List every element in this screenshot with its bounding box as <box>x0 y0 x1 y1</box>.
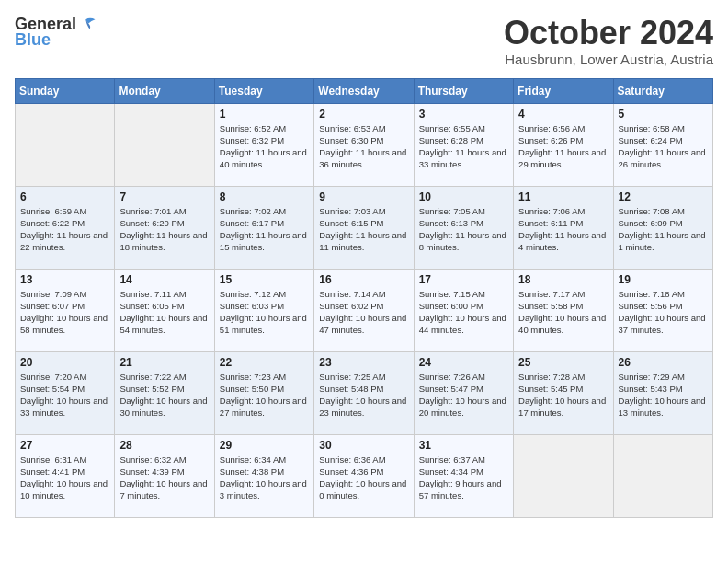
day-number: 12 <box>619 190 708 203</box>
days-of-week-row: SundayMondayTuesdayWednesdayThursdayFrid… <box>16 78 713 103</box>
day-number: 9 <box>319 190 408 203</box>
day-info: Sunrise: 6:31 AM Sunset: 4:41 PM Dayligh… <box>20 454 109 502</box>
calendar-body: 1Sunrise: 6:52 AM Sunset: 6:32 PM Daylig… <box>16 103 713 517</box>
calendar-cell: 11Sunrise: 7:06 AM Sunset: 6:11 PM Dayli… <box>514 186 613 269</box>
calendar-cell: 1Sunrise: 6:52 AM Sunset: 6:32 PM Daylig… <box>214 103 313 186</box>
day-number: 2 <box>319 108 408 121</box>
day-number: 24 <box>419 356 508 369</box>
calendar-cell <box>613 434 712 517</box>
day-number: 17 <box>419 273 508 286</box>
calendar-cell: 26Sunrise: 7:29 AM Sunset: 5:43 PM Dayli… <box>613 351 712 434</box>
week-row-5: 27Sunrise: 6:31 AM Sunset: 4:41 PM Dayli… <box>16 434 713 517</box>
logo-blue: Blue <box>15 31 51 50</box>
day-number: 15 <box>220 273 309 286</box>
calendar-cell: 6Sunrise: 6:59 AM Sunset: 6:22 PM Daylig… <box>16 186 115 269</box>
calendar-cell <box>16 103 115 186</box>
day-number: 22 <box>220 356 309 369</box>
day-number: 26 <box>619 356 708 369</box>
day-info: Sunrise: 7:26 AM Sunset: 5:47 PM Dayligh… <box>419 371 508 419</box>
day-info: Sunrise: 7:05 AM Sunset: 6:13 PM Dayligh… <box>419 205 508 254</box>
day-info: Sunrise: 6:37 AM Sunset: 4:34 PM Dayligh… <box>419 454 508 502</box>
day-number: 31 <box>419 439 508 452</box>
calendar-cell: 18Sunrise: 7:17 AM Sunset: 5:58 PM Dayli… <box>514 269 613 351</box>
calendar-cell: 10Sunrise: 7:05 AM Sunset: 6:13 PM Dayli… <box>414 186 513 269</box>
day-info: Sunrise: 7:14 AM Sunset: 6:02 PM Dayligh… <box>319 288 408 337</box>
calendar-cell: 16Sunrise: 7:14 AM Sunset: 6:02 PM Dayli… <box>314 269 414 351</box>
day-info: Sunrise: 6:52 AM Sunset: 6:32 PM Dayligh… <box>220 122 309 171</box>
calendar-cell: 27Sunrise: 6:31 AM Sunset: 4:41 PM Dayli… <box>16 434 115 517</box>
logo: General Blue <box>15 15 97 50</box>
calendar-cell: 30Sunrise: 6:36 AM Sunset: 4:36 PM Dayli… <box>314 434 414 517</box>
calendar-cell <box>115 103 214 186</box>
week-row-2: 6Sunrise: 6:59 AM Sunset: 6:22 PM Daylig… <box>16 186 713 269</box>
day-info: Sunrise: 6:32 AM Sunset: 4:39 PM Dayligh… <box>119 454 209 502</box>
calendar-cell: 17Sunrise: 7:15 AM Sunset: 6:00 PM Dayli… <box>414 269 513 351</box>
calendar-cell: 20Sunrise: 7:20 AM Sunset: 5:54 PM Dayli… <box>16 351 115 434</box>
day-info: Sunrise: 7:09 AM Sunset: 6:07 PM Dayligh… <box>20 288 109 337</box>
week-row-1: 1Sunrise: 6:52 AM Sunset: 6:32 PM Daylig… <box>16 103 713 186</box>
day-number: 23 <box>319 356 408 369</box>
calendar-cell: 21Sunrise: 7:22 AM Sunset: 5:52 PM Dayli… <box>115 351 214 434</box>
calendar-cell: 15Sunrise: 7:12 AM Sunset: 6:03 PM Dayli… <box>214 269 313 351</box>
day-of-week-wednesday: Wednesday <box>314 78 414 103</box>
day-number: 6 <box>20 190 109 203</box>
calendar-cell: 9Sunrise: 7:03 AM Sunset: 6:15 PM Daylig… <box>314 186 414 269</box>
day-info: Sunrise: 7:29 AM Sunset: 5:43 PM Dayligh… <box>619 371 708 419</box>
day-info: Sunrise: 7:17 AM Sunset: 5:58 PM Dayligh… <box>518 288 608 337</box>
calendar-cell: 29Sunrise: 6:34 AM Sunset: 4:38 PM Dayli… <box>214 434 313 517</box>
day-number: 30 <box>319 439 408 452</box>
day-info: Sunrise: 6:56 AM Sunset: 6:26 PM Dayligh… <box>518 122 608 171</box>
calendar-cell: 23Sunrise: 7:25 AM Sunset: 5:48 PM Dayli… <box>314 351 414 434</box>
day-number: 28 <box>119 439 209 452</box>
day-info: Sunrise: 7:06 AM Sunset: 6:11 PM Dayligh… <box>518 205 608 254</box>
day-info: Sunrise: 7:08 AM Sunset: 6:09 PM Dayligh… <box>619 205 708 254</box>
calendar-header: SundayMondayTuesdayWednesdayThursdayFrid… <box>16 78 713 103</box>
calendar-cell: 7Sunrise: 7:01 AM Sunset: 6:20 PM Daylig… <box>115 186 214 269</box>
day-number: 5 <box>619 108 708 121</box>
day-number: 20 <box>20 356 109 369</box>
calendar-cell: 24Sunrise: 7:26 AM Sunset: 5:47 PM Dayli… <box>414 351 513 434</box>
day-info: Sunrise: 7:18 AM Sunset: 5:56 PM Dayligh… <box>619 288 708 337</box>
calendar-cell: 28Sunrise: 6:32 AM Sunset: 4:39 PM Dayli… <box>115 434 214 517</box>
day-of-week-thursday: Thursday <box>414 78 513 103</box>
day-info: Sunrise: 7:25 AM Sunset: 5:48 PM Dayligh… <box>319 371 408 419</box>
calendar-cell: 19Sunrise: 7:18 AM Sunset: 5:56 PM Dayli… <box>613 269 712 351</box>
calendar-cell: 31Sunrise: 6:37 AM Sunset: 4:34 PM Dayli… <box>414 434 513 517</box>
day-info: Sunrise: 7:22 AM Sunset: 5:52 PM Dayligh… <box>119 371 209 419</box>
day-of-week-saturday: Saturday <box>613 78 712 103</box>
day-info: Sunrise: 7:01 AM Sunset: 6:20 PM Dayligh… <box>119 205 209 254</box>
day-number: 19 <box>619 273 708 286</box>
day-info: Sunrise: 7:02 AM Sunset: 6:17 PM Dayligh… <box>220 205 309 254</box>
calendar-cell: 3Sunrise: 6:55 AM Sunset: 6:28 PM Daylig… <box>414 103 513 186</box>
location-title: Hausbrunn, Lower Austria, Austria <box>504 52 713 67</box>
day-number: 13 <box>20 273 109 286</box>
calendar-cell: 4Sunrise: 6:56 AM Sunset: 6:26 PM Daylig… <box>514 103 613 186</box>
day-info: Sunrise: 6:53 AM Sunset: 6:30 PM Dayligh… <box>319 122 408 171</box>
day-info: Sunrise: 7:23 AM Sunset: 5:50 PM Dayligh… <box>220 371 309 419</box>
calendar-cell <box>514 434 613 517</box>
week-row-4: 20Sunrise: 7:20 AM Sunset: 5:54 PM Dayli… <box>16 351 713 434</box>
day-info: Sunrise: 7:03 AM Sunset: 6:15 PM Dayligh… <box>319 205 408 254</box>
day-number: 7 <box>119 190 209 203</box>
calendar-cell: 22Sunrise: 7:23 AM Sunset: 5:50 PM Dayli… <box>214 351 313 434</box>
day-number: 4 <box>518 108 608 121</box>
day-of-week-tuesday: Tuesday <box>214 78 313 103</box>
calendar-cell: 5Sunrise: 6:58 AM Sunset: 6:24 PM Daylig… <box>613 103 712 186</box>
calendar-table: SundayMondayTuesdayWednesdayThursdayFrid… <box>15 78 713 518</box>
week-row-3: 13Sunrise: 7:09 AM Sunset: 6:07 PM Dayli… <box>16 269 713 351</box>
day-number: 8 <box>220 190 309 203</box>
page-header: General Blue October 2024 Hausbrunn, Low… <box>15 15 713 67</box>
day-info: Sunrise: 7:28 AM Sunset: 5:45 PM Dayligh… <box>518 371 608 419</box>
day-info: Sunrise: 6:55 AM Sunset: 6:28 PM Dayligh… <box>419 122 508 171</box>
day-info: Sunrise: 6:58 AM Sunset: 6:24 PM Dayligh… <box>619 122 708 171</box>
month-title: October 2024 <box>504 15 713 52</box>
day-number: 11 <box>518 190 608 203</box>
calendar-cell: 8Sunrise: 7:02 AM Sunset: 6:17 PM Daylig… <box>214 186 313 269</box>
day-info: Sunrise: 6:59 AM Sunset: 6:22 PM Dayligh… <box>20 205 109 254</box>
day-of-week-sunday: Sunday <box>16 78 115 103</box>
day-number: 16 <box>319 273 408 286</box>
day-info: Sunrise: 7:11 AM Sunset: 6:05 PM Dayligh… <box>119 288 209 337</box>
day-info: Sunrise: 7:15 AM Sunset: 6:00 PM Dayligh… <box>419 288 508 337</box>
day-number: 25 <box>518 356 608 369</box>
day-number: 14 <box>119 273 209 286</box>
